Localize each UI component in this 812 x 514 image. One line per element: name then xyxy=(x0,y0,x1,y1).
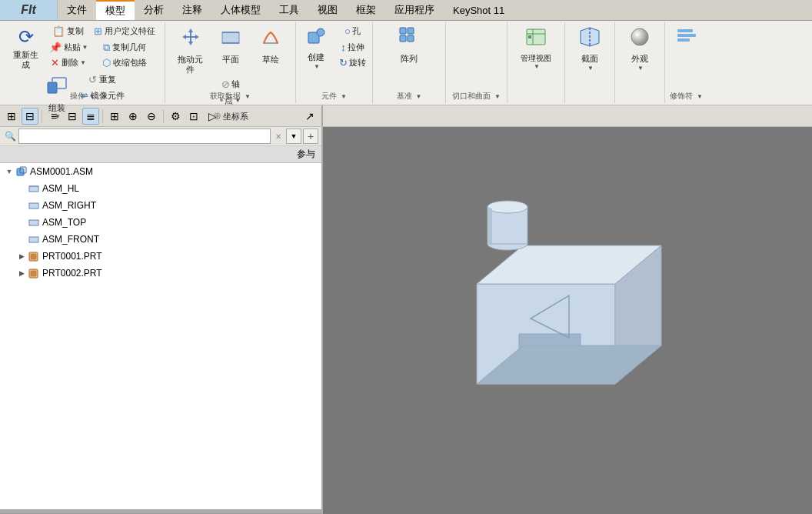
tree-item-asm-hl[interactable]: ▶ ASM_HL xyxy=(0,180,321,197)
svg-rect-11 xyxy=(408,35,414,42)
grass-icon xyxy=(260,26,281,53)
copy-geo-icon: ⧉ xyxy=(103,42,110,54)
array-button[interactable]: 阵列 xyxy=(392,24,426,67)
hole-button[interactable]: ○ 孔 xyxy=(336,24,369,39)
main-area: 🔍 ✕ ▼ + 参与 ▼ ASM0001.ASM ▶ xyxy=(0,127,812,514)
toolbar-group-getdata: 拖动元件 平面 xyxy=(165,22,296,103)
section-dropdown: ▼ xyxy=(587,65,594,72)
tree-label-asm-top: ASM_TOP xyxy=(42,217,86,228)
svg-rect-9 xyxy=(408,28,414,34)
svg-marker-41 xyxy=(488,207,492,245)
plane-button[interactable]: 平面 xyxy=(211,24,251,67)
more-button[interactable] xyxy=(670,24,704,56)
toolbar-group-base: 阵列 基准 ▼ xyxy=(373,22,446,103)
tree-label-prt0002: PRT0002.PRT xyxy=(42,268,102,279)
tree-item-prt0001[interactable]: ▶ PRT0001.PRT xyxy=(0,248,321,265)
tree-label-asm-hl: ASM_HL xyxy=(42,183,79,194)
toolbar-group-decor-label: 修饰符 ▼ xyxy=(670,91,703,102)
shrink-wrap-icon: ⬡ xyxy=(102,57,111,69)
shaft-icon: ⊘ xyxy=(221,78,230,91)
panel-splitter[interactable] xyxy=(0,509,321,514)
svg-point-40 xyxy=(488,201,527,213)
menu-item-tools[interactable]: 工具 xyxy=(270,0,308,20)
menu-item-human-model[interactable]: 人体模型 xyxy=(211,0,270,20)
toolbar-group-outer: 外观 ▼ xyxy=(615,22,665,103)
toolbar-small-col2: ⊞ 用户定义特征 ⧉ 复制几何 ⬡ 收缩包络 xyxy=(91,24,158,71)
menu-item-keyshot[interactable]: KeyShot 11 xyxy=(444,0,514,20)
toolbar-element-inner: 创建 ▼ ○ 孔 ↕ 拉伸 ↻ 旋转 xyxy=(299,24,369,102)
menu-bar: FIt 文件 模型 分析 注释 人体模型 工具 视图 框架 应用程序 KeySh… xyxy=(0,0,812,21)
paste-icon: 📌 xyxy=(49,42,62,54)
tree-icon-asm-top xyxy=(28,216,40,229)
main-toolbar: ⟳ 重新生成 📋 复制 📌 粘贴 ▼ ✕ 删除 ▼ xyxy=(0,21,812,105)
menu-item-analysis[interactable]: 分析 xyxy=(135,0,173,20)
svg-rect-26 xyxy=(29,220,38,225)
svg-rect-15 xyxy=(528,35,531,38)
menu-item-fit: FIt xyxy=(0,0,58,20)
shrink-wrap-button[interactable]: ⬡ 收缩包络 xyxy=(91,55,158,71)
coords-button[interactable]: ⊕ 坐标系 xyxy=(210,108,251,124)
viewport[interactable] xyxy=(323,127,812,514)
column-header: 参与 xyxy=(0,146,321,163)
tree-icon-prt0002 xyxy=(28,267,40,279)
left-panel: 🔍 ✕ ▼ + 参与 ▼ ASM0001.ASM ▶ xyxy=(0,127,323,514)
tree-item-asm-right[interactable]: ▶ ASM_RIGHT xyxy=(0,197,321,214)
tree-item-asm-top[interactable]: ▶ ASM_TOP xyxy=(0,214,321,231)
grass-button[interactable]: 草绘 xyxy=(251,24,291,67)
tree-item-asm-front[interactable]: ▶ ASM_FRONT xyxy=(0,231,321,248)
svg-rect-2 xyxy=(222,32,239,43)
menu-item-file[interactable]: 文件 xyxy=(58,0,96,20)
menu-item-view[interactable]: 视图 xyxy=(308,0,347,20)
tree-expand-prt0002[interactable]: ▶ xyxy=(15,267,28,279)
shaft-button[interactable]: ⊘ 轴 xyxy=(210,77,251,92)
mgmt-view-button[interactable]: 管理视图 ▼ xyxy=(513,24,559,73)
move-button[interactable]: 拖动元件 xyxy=(171,24,211,77)
rotate-button[interactable]: ↻ 旋转 xyxy=(336,55,369,71)
outer-button[interactable]: 外观 ▼ xyxy=(619,24,661,74)
tree-label-asm-front: ASM_FRONT xyxy=(42,234,99,245)
restore-button[interactable]: ↺ 重复 xyxy=(77,72,128,88)
svg-rect-10 xyxy=(400,35,406,42)
menu-item-apps[interactable]: 应用程序 xyxy=(385,0,444,20)
panel-icon-export[interactable]: ↗ xyxy=(301,108,318,125)
toolbar-group-ops-label: 操作 ▼ xyxy=(70,91,95,102)
toolbar-group-base-label: 基准 ▼ xyxy=(397,91,422,102)
search-add-button[interactable]: + xyxy=(303,128,318,144)
tree-expand-prt0001[interactable]: ▶ xyxy=(15,250,28,262)
stretch-icon: ↕ xyxy=(341,42,346,54)
delete-button[interactable]: ✕ 删除 ▼ xyxy=(46,55,92,71)
toolbar-base-inner: 阵列 xyxy=(392,24,426,102)
create-button[interactable]: 创建 ▼ xyxy=(299,24,333,72)
toolbar-group-element: 创建 ▼ ○ 孔 ↕ 拉伸 ↻ 旋转 元件 ▼ xyxy=(296,22,373,103)
menu-item-model[interactable]: 模型 xyxy=(96,0,135,20)
user-feature-button[interactable]: ⊞ 用户定义特征 xyxy=(91,24,158,39)
more-icon xyxy=(676,26,697,52)
stretch-button[interactable]: ↕ 拉伸 xyxy=(336,40,369,55)
group-dropdown: ▼ xyxy=(55,113,61,121)
element-small-col: ○ 孔 ↕ 拉伸 ↻ 旋转 xyxy=(336,24,369,71)
move-icon xyxy=(180,26,201,53)
section-button[interactable]: 截面 ▼ xyxy=(569,24,611,74)
mgmt-view-icon xyxy=(525,26,547,52)
tree-expand-asm0001[interactable]: ▼ xyxy=(3,165,15,178)
toolbar-group-element-label: 元件 ▼ xyxy=(321,91,347,102)
paste-dropdown: ▼ xyxy=(82,44,88,52)
toolbar-mgmtview-inner: 管理视图 ▼ xyxy=(513,24,559,102)
copy-geo-button[interactable]: ⧉ 复制几何 xyxy=(91,40,158,55)
delete-dropdown: ▼ xyxy=(80,59,86,67)
svg-rect-29 xyxy=(31,254,36,259)
menu-item-frame[interactable]: 框架 xyxy=(347,0,385,20)
regenerate-button[interactable]: ⟳ 重新生成 xyxy=(6,24,46,72)
delete-icon: ✕ xyxy=(51,57,59,69)
array-icon xyxy=(398,26,420,52)
viewport-secondary-toolbar xyxy=(323,105,812,126)
svg-rect-19 xyxy=(677,34,696,37)
menu-item-annotation[interactable]: 注释 xyxy=(173,0,211,20)
tree-item-asm0001[interactable]: ▼ ASM0001.ASM xyxy=(0,163,321,180)
copy-button[interactable]: 📋 复制 xyxy=(46,24,92,39)
tree-area: ▼ ASM0001.ASM ▶ ASM_HL ▶ xyxy=(0,163,321,509)
coords-icon: ⊕ xyxy=(213,110,221,122)
tree-icon-asm0001 xyxy=(15,165,28,178)
paste-button[interactable]: 📌 粘贴 ▼ xyxy=(46,40,92,55)
tree-item-prt0002[interactable]: ▶ PRT0002.PRT xyxy=(0,265,321,282)
